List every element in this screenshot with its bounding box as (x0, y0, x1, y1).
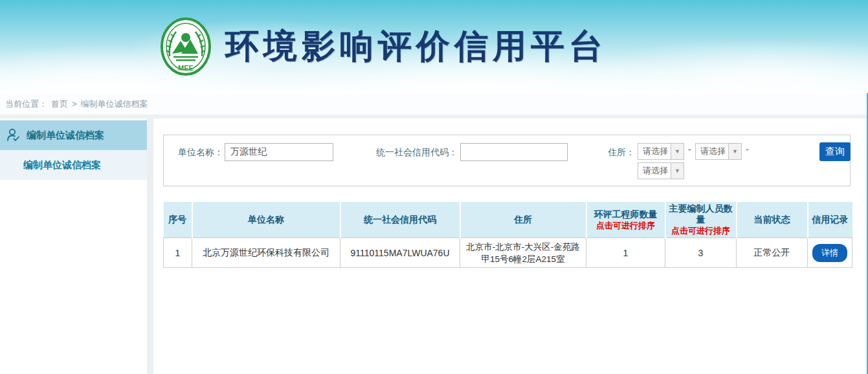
unit-name-label: 单位名称： (170, 143, 223, 161)
credit-code-label: 统一社会信用代码： (368, 143, 458, 161)
sidebar-subitem-label: 编制单位诚信档案 (23, 159, 101, 171)
header-address: 住所 (460, 202, 586, 238)
address-label: 住所： (577, 143, 635, 161)
breadcrumb: 当前位置： 首页 > 编制单位诚信档案 (0, 93, 868, 115)
address-city-select[interactable]: 请选择 ▼ (695, 143, 742, 160)
header-staff-count-sortable[interactable]: 主要编制人员数量 点击可进行排序 (665, 202, 737, 238)
query-button[interactable]: 查询 (819, 142, 851, 161)
row-index: 1 (164, 238, 192, 268)
breadcrumb-current: 编制单位诚信档案 (81, 98, 148, 110)
dash-separator: - (746, 144, 749, 155)
chevron-down-icon: ▼ (728, 144, 741, 159)
header-credit-code: 统一社会信用代码 (340, 202, 460, 238)
credit-record-cell: 详情 (808, 238, 852, 268)
company-name-link[interactable]: 北京万源世纪环保科技有限公司 (192, 238, 340, 268)
address-line-2: 甲15号6幢2层A215室 (462, 253, 584, 265)
sidebar: 编制单位诚信档案 编制单位诚信档案 (0, 118, 147, 374)
header-credit-record: 信用记录 (808, 202, 852, 238)
results-table: 序号 单位名称 统一社会信用代码 住所 环评工程师数量 点击可进行排序 主要编制… (163, 202, 852, 268)
header-engineer-count-sortable[interactable]: 环评工程师数量 点击可进行排序 (586, 202, 665, 238)
header-index: 序号 (164, 202, 192, 238)
credit-code-input[interactable] (460, 143, 568, 161)
site-title: 环境影响评价信用平台 (225, 24, 607, 69)
mee-logo-icon: MEE (159, 16, 212, 77)
breadcrumb-separator: > (72, 99, 77, 109)
staff-count-title: 主要编制人员数量 (667, 203, 735, 225)
city-select-value: 请选择 (700, 144, 726, 159)
svg-text:MEE: MEE (178, 64, 194, 72)
district-select-value: 请选择 (643, 163, 668, 179)
header-status: 当前状态 (737, 202, 808, 238)
address-value: 北京市-北京市-大兴区-金苑路 甲15号6幢2层A215室 (460, 238, 586, 268)
breadcrumb-label: 当前位置： (5, 98, 47, 110)
address-province-select[interactable]: 请选择 ▼ (638, 143, 684, 160)
unit-name-input[interactable] (225, 143, 333, 161)
engineer-count-title: 环评工程师数量 (588, 209, 663, 220)
staff-count-link[interactable]: 3 (665, 238, 737, 268)
chevron-down-icon: ▼ (671, 163, 684, 179)
address-district-select[interactable]: 请选择 ▼ (638, 162, 684, 179)
user-check-icon (6, 127, 21, 143)
sort-hint: 点击可进行排序 (667, 225, 735, 236)
breadcrumb-home-link[interactable]: 首页 (51, 98, 68, 110)
chevron-down-icon: ▼ (671, 144, 684, 159)
table-header-row: 序号 单位名称 统一社会信用代码 住所 环评工程师数量 点击可进行排序 主要编制… (164, 202, 852, 238)
page: MEE 环境影响评价信用平台 当前位置： 首页 > 编制单位诚信档案 编制单位诚… (0, 0, 868, 374)
address-line-1: 北京市-北京市-大兴区-金苑路 (462, 241, 584, 253)
detail-button[interactable]: 详情 (812, 244, 847, 262)
credit-code-value: 91110115MA7LWUA76U (340, 238, 460, 268)
engineer-count-link[interactable]: 1 (586, 238, 665, 268)
sort-hint: 点击可进行排序 (588, 220, 663, 231)
header-unit-name: 单位名称 (192, 202, 340, 238)
search-form: 单位名称： 统一社会信用代码： 住所： 请选择 ▼ - 请选择 ▼ - 请选择 … (163, 135, 851, 186)
province-select-value: 请选择 (643, 144, 668, 159)
sidebar-main-divider (147, 118, 153, 374)
dash-separator: - (688, 144, 691, 155)
sidebar-subitem-credit-archive[interactable]: 编制单位诚信档案 (0, 150, 147, 180)
table-row: 1 北京万源世纪环保科技有限公司 91110115MA7LWUA76U 北京市-… (164, 238, 852, 268)
header-banner: MEE 环境影响评价信用平台 (0, 0, 868, 93)
sidebar-item-label: 编制单位诚信档案 (27, 129, 104, 142)
status-value: 正常公开 (737, 238, 808, 268)
sidebar-item-credit-archive[interactable]: 编制单位诚信档案 (0, 120, 147, 150)
